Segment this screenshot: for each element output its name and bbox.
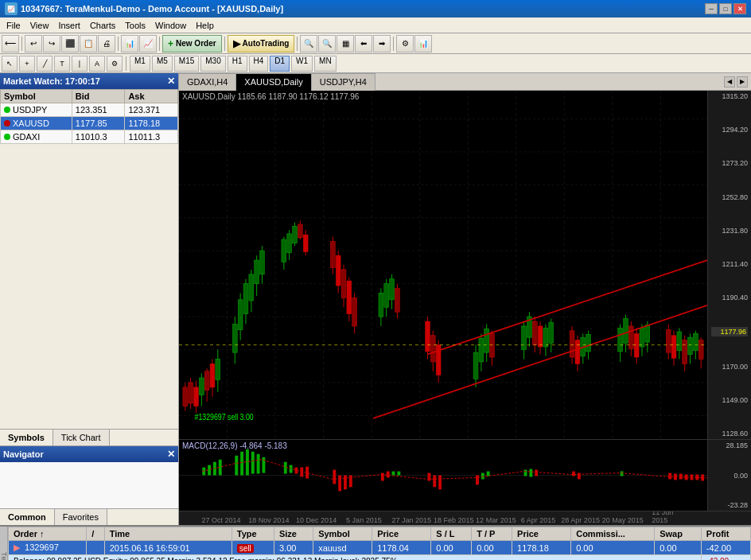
period-mn[interactable]: MN xyxy=(314,56,337,72)
chart-tabs: GDAXI,H4 XAUUSD,Daily USDJPY,H4 ◀ ▶ xyxy=(179,73,751,91)
chart-nav-right[interactable]: ▶ xyxy=(737,76,748,88)
toolbar-zoom-out[interactable]: 🔍 xyxy=(318,35,336,52)
maximize-button[interactable]: □ xyxy=(719,3,732,14)
toolbar-btn-10[interactable]: ⬅ xyxy=(355,35,372,52)
svg-rect-68 xyxy=(379,294,383,317)
period-m15[interactable]: M15 xyxy=(174,56,199,72)
app-icon: 📈 xyxy=(5,2,18,15)
terminal-content: Order ↑ / Time Type Size Symbol Price S … xyxy=(8,527,751,560)
svg-rect-161 xyxy=(387,472,390,478)
svg-rect-30 xyxy=(204,371,209,391)
menu-window[interactable]: Window xyxy=(150,19,191,32)
price-scale: 1315.20 1294.20 1273.20 1252.80 1231.80 … xyxy=(707,91,751,439)
draw-props[interactable]: ⚙ xyxy=(107,56,123,72)
svg-rect-48 xyxy=(282,239,286,262)
price-1149: 1149.00 xyxy=(711,396,748,404)
price-1211: 1211.40 xyxy=(711,260,748,268)
period-m1[interactable]: M1 xyxy=(130,56,150,72)
price-1315: 1315.20 xyxy=(711,92,748,100)
draw-line[interactable]: ╱ xyxy=(37,56,53,72)
toolbar-btn-11[interactable]: ➡ xyxy=(373,35,391,52)
menu-file[interactable]: File xyxy=(2,19,25,32)
symbol-gdaxi: GDAXI xyxy=(13,132,40,142)
draw-period-sep[interactable]: | xyxy=(72,56,88,72)
svg-rect-24 xyxy=(189,383,193,403)
chart-tab-gdaxi[interactable]: GDAXI,H4 xyxy=(179,73,236,91)
svg-rect-132 xyxy=(693,333,698,350)
th-swap: Swap xyxy=(655,527,702,541)
chart-tab-xauusd[interactable]: XAUUSD,Daily xyxy=(236,73,311,91)
time-labels: 27 Oct 2014 18 Nov 2014 10 Dec 2014 5 Ja… xyxy=(179,511,707,526)
period-h1[interactable]: H1 xyxy=(228,56,247,72)
draw-crosshair[interactable]: + xyxy=(19,56,35,72)
svg-rect-52 xyxy=(293,226,298,243)
new-order-button[interactable]: + New Order xyxy=(162,35,222,52)
chart-nav: ◀ ▶ xyxy=(721,76,751,88)
svg-rect-82 xyxy=(473,352,478,379)
toolbar-btn-13[interactable]: 📊 xyxy=(414,35,432,52)
market-watch-row-selected[interactable]: XAUUSD 1177.85 1178.18 xyxy=(1,117,178,130)
th-sep: / xyxy=(87,527,105,541)
chart-tab-usdjpy[interactable]: USDJPY,H4 xyxy=(312,73,376,91)
menu-view[interactable]: View xyxy=(25,19,54,32)
balance-row: Balance: 99 907.25 USD Equity: 99 865.25… xyxy=(9,555,751,561)
svg-rect-167 xyxy=(476,476,479,485)
svg-rect-173 xyxy=(572,472,575,476)
toolbar-btn-1[interactable]: ⟵ xyxy=(2,35,19,52)
svg-rect-151 xyxy=(284,462,287,474)
toolbar-btn-4[interactable]: ⬛ xyxy=(61,35,79,52)
tab-tick-chart[interactable]: Tick Chart xyxy=(53,430,110,445)
menu-tools[interactable]: Tools xyxy=(120,19,150,32)
draw-cursor[interactable]: ↖ xyxy=(2,56,18,72)
candlestick-chart: #1329697 sell 3.00 xyxy=(179,91,707,439)
svg-rect-163 xyxy=(397,472,400,476)
market-watch-close[interactable]: ✕ xyxy=(167,76,175,87)
draw-text[interactable]: T xyxy=(54,56,70,72)
svg-rect-164 xyxy=(427,473,430,481)
close-button[interactable]: ✕ xyxy=(733,3,746,14)
toolbar-zoom-in[interactable]: 🔍 xyxy=(300,35,317,52)
nav-tab-favorites[interactable]: Favorites xyxy=(55,509,107,525)
toolbar-btn-7[interactable]: 📊 xyxy=(121,35,138,52)
toolbar-btn-12[interactable]: ⚙ xyxy=(396,35,414,52)
toolbar-btn-5[interactable]: 📋 xyxy=(80,35,97,52)
menu-help[interactable]: Help xyxy=(191,19,219,32)
nav-tab-common[interactable]: Common xyxy=(0,509,55,525)
svg-rect-58 xyxy=(330,241,335,267)
toolbar-btn-6[interactable]: 🖨 xyxy=(98,35,115,52)
period-d1[interactable]: D1 xyxy=(270,56,290,72)
title-bar: 📈 10347667: TeraMenkul-Demo - Demo Accou… xyxy=(0,0,751,18)
order-row[interactable]: ▶ 1329697 2015.06.16 16:59:01 sell 3.00 … xyxy=(9,541,751,555)
navigator-close[interactable]: ✕ xyxy=(167,449,175,460)
menu-charts[interactable]: Charts xyxy=(85,19,120,32)
draw-delete[interactable]: A xyxy=(89,56,105,72)
toolbar-btn-8[interactable]: 📈 xyxy=(139,35,157,52)
period-h4[interactable]: H4 xyxy=(249,56,269,72)
svg-rect-46 xyxy=(260,251,265,274)
chart-nav-left[interactable]: ◀ xyxy=(724,76,735,88)
menu-insert[interactable]: Insert xyxy=(53,19,85,32)
bid-usdjpy: 123.351 xyxy=(72,103,125,117)
toolbar-btn-9[interactable]: ▦ xyxy=(337,35,354,52)
market-watch-row[interactable]: GDAXI 11010.3 11011.3 xyxy=(1,130,178,144)
order-profit: -42.00 xyxy=(701,541,750,555)
svg-rect-176 xyxy=(668,473,671,480)
period-m30[interactable]: M30 xyxy=(200,56,225,72)
svg-rect-171 xyxy=(529,469,532,477)
period-w1[interactable]: W1 xyxy=(291,56,313,72)
th-time: Time xyxy=(104,527,232,541)
tab-symbols[interactable]: Symbols xyxy=(0,430,53,445)
svg-rect-122 xyxy=(666,330,671,352)
terminal-panel: Terminal Order ↑ / Time Type Size Symbol… xyxy=(0,525,751,560)
chart-canvas[interactable]: XAUUSD,Daily 1185.66 1187.90 1176.12 117… xyxy=(179,91,751,439)
toolbar-btn-3[interactable]: ↪ xyxy=(43,35,60,52)
svg-rect-152 xyxy=(290,465,293,473)
auto-trading-button[interactable]: ▶ AutoTrading xyxy=(228,35,295,52)
svg-rect-32 xyxy=(210,364,215,387)
minimize-button[interactable]: ─ xyxy=(705,3,718,14)
draw-sep xyxy=(126,56,126,71)
toolbar-btn-2[interactable]: ↩ xyxy=(25,35,42,52)
svg-text:#1329697 sell 3.00: #1329697 sell 3.00 xyxy=(195,413,255,422)
period-m5[interactable]: M5 xyxy=(152,56,173,72)
market-watch-row[interactable]: USDJPY 123.351 123.371 xyxy=(1,103,178,117)
